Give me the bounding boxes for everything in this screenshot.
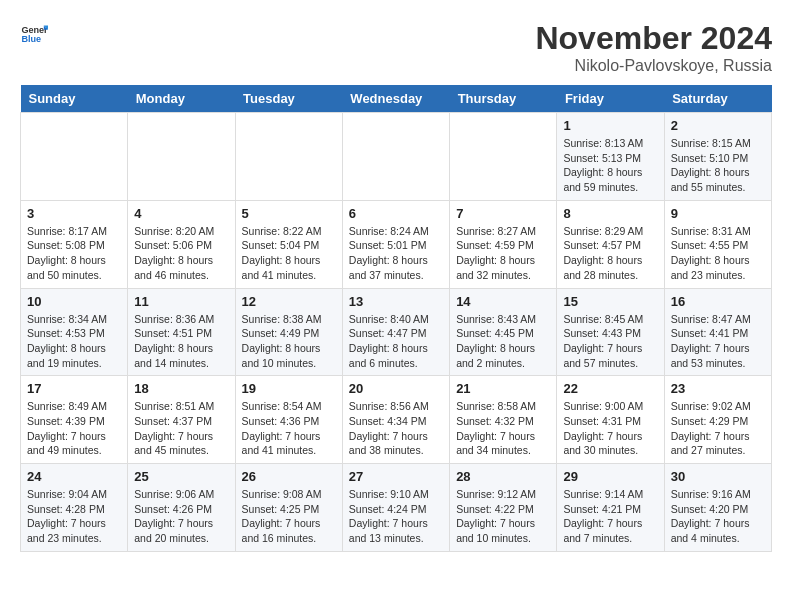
day-detail: Sunrise: 8:34 AM Sunset: 4:53 PM Dayligh… [27,312,121,371]
weekday-header-monday: Monday [128,85,235,113]
calendar-cell: 18Sunrise: 8:51 AM Sunset: 4:37 PM Dayli… [128,376,235,464]
day-number: 6 [349,206,443,221]
calendar-cell: 27Sunrise: 9:10 AM Sunset: 4:24 PM Dayli… [342,464,449,552]
calendar-cell: 23Sunrise: 9:02 AM Sunset: 4:29 PM Dayli… [664,376,771,464]
calendar-cell: 30Sunrise: 9:16 AM Sunset: 4:20 PM Dayli… [664,464,771,552]
calendar-cell: 14Sunrise: 8:43 AM Sunset: 4:45 PM Dayli… [450,288,557,376]
day-number: 18 [134,381,228,396]
weekday-header-tuesday: Tuesday [235,85,342,113]
calendar-cell: 25Sunrise: 9:06 AM Sunset: 4:26 PM Dayli… [128,464,235,552]
calendar-cell: 12Sunrise: 8:38 AM Sunset: 4:49 PM Dayli… [235,288,342,376]
day-number: 14 [456,294,550,309]
day-number: 29 [563,469,657,484]
svg-text:Blue: Blue [21,34,41,44]
calendar-cell [235,113,342,201]
header: General Blue November 2024 Nikolo-Pavlov… [20,20,772,75]
day-detail: Sunrise: 8:43 AM Sunset: 4:45 PM Dayligh… [456,312,550,371]
calendar-cell: 19Sunrise: 8:54 AM Sunset: 4:36 PM Dayli… [235,376,342,464]
calendar-cell: 9Sunrise: 8:31 AM Sunset: 4:55 PM Daylig… [664,200,771,288]
day-detail: Sunrise: 8:27 AM Sunset: 4:59 PM Dayligh… [456,224,550,283]
calendar-cell: 10Sunrise: 8:34 AM Sunset: 4:53 PM Dayli… [21,288,128,376]
month-title: November 2024 [535,20,772,57]
day-number: 4 [134,206,228,221]
day-number: 10 [27,294,121,309]
day-detail: Sunrise: 8:36 AM Sunset: 4:51 PM Dayligh… [134,312,228,371]
day-number: 1 [563,118,657,133]
day-number: 30 [671,469,765,484]
day-number: 28 [456,469,550,484]
day-detail: Sunrise: 8:38 AM Sunset: 4:49 PM Dayligh… [242,312,336,371]
day-detail: Sunrise: 8:56 AM Sunset: 4:34 PM Dayligh… [349,399,443,458]
day-detail: Sunrise: 8:54 AM Sunset: 4:36 PM Dayligh… [242,399,336,458]
weekday-header-wednesday: Wednesday [342,85,449,113]
calendar-cell: 2Sunrise: 8:15 AM Sunset: 5:10 PM Daylig… [664,113,771,201]
day-number: 12 [242,294,336,309]
calendar-cell: 13Sunrise: 8:40 AM Sunset: 4:47 PM Dayli… [342,288,449,376]
day-detail: Sunrise: 9:10 AM Sunset: 4:24 PM Dayligh… [349,487,443,546]
day-detail: Sunrise: 8:49 AM Sunset: 4:39 PM Dayligh… [27,399,121,458]
day-number: 23 [671,381,765,396]
day-number: 2 [671,118,765,133]
day-number: 13 [349,294,443,309]
calendar-cell: 24Sunrise: 9:04 AM Sunset: 4:28 PM Dayli… [21,464,128,552]
calendar-cell: 15Sunrise: 8:45 AM Sunset: 4:43 PM Dayli… [557,288,664,376]
day-number: 11 [134,294,228,309]
day-detail: Sunrise: 9:16 AM Sunset: 4:20 PM Dayligh… [671,487,765,546]
day-detail: Sunrise: 8:22 AM Sunset: 5:04 PM Dayligh… [242,224,336,283]
calendar-cell [342,113,449,201]
calendar-cell: 20Sunrise: 8:56 AM Sunset: 4:34 PM Dayli… [342,376,449,464]
day-number: 22 [563,381,657,396]
day-detail: Sunrise: 8:31 AM Sunset: 4:55 PM Dayligh… [671,224,765,283]
logo-icon: General Blue [20,20,48,48]
day-detail: Sunrise: 8:45 AM Sunset: 4:43 PM Dayligh… [563,312,657,371]
day-number: 20 [349,381,443,396]
calendar-table: SundayMondayTuesdayWednesdayThursdayFrid… [20,85,772,552]
day-number: 21 [456,381,550,396]
day-detail: Sunrise: 9:12 AM Sunset: 4:22 PM Dayligh… [456,487,550,546]
calendar-cell: 3Sunrise: 8:17 AM Sunset: 5:08 PM Daylig… [21,200,128,288]
day-number: 19 [242,381,336,396]
calendar-cell: 21Sunrise: 8:58 AM Sunset: 4:32 PM Dayli… [450,376,557,464]
day-detail: Sunrise: 9:02 AM Sunset: 4:29 PM Dayligh… [671,399,765,458]
day-number: 9 [671,206,765,221]
location-title: Nikolo-Pavlovskoye, Russia [535,57,772,75]
weekday-header-sunday: Sunday [21,85,128,113]
day-number: 16 [671,294,765,309]
day-detail: Sunrise: 8:24 AM Sunset: 5:01 PM Dayligh… [349,224,443,283]
day-detail: Sunrise: 8:20 AM Sunset: 5:06 PM Dayligh… [134,224,228,283]
calendar-cell: 7Sunrise: 8:27 AM Sunset: 4:59 PM Daylig… [450,200,557,288]
day-number: 25 [134,469,228,484]
day-detail: Sunrise: 8:40 AM Sunset: 4:47 PM Dayligh… [349,312,443,371]
day-detail: Sunrise: 9:00 AM Sunset: 4:31 PM Dayligh… [563,399,657,458]
day-number: 26 [242,469,336,484]
day-number: 8 [563,206,657,221]
day-detail: Sunrise: 8:15 AM Sunset: 5:10 PM Dayligh… [671,136,765,195]
day-detail: Sunrise: 9:04 AM Sunset: 4:28 PM Dayligh… [27,487,121,546]
day-detail: Sunrise: 8:17 AM Sunset: 5:08 PM Dayligh… [27,224,121,283]
day-number: 7 [456,206,550,221]
day-detail: Sunrise: 8:13 AM Sunset: 5:13 PM Dayligh… [563,136,657,195]
day-number: 5 [242,206,336,221]
day-number: 17 [27,381,121,396]
day-detail: Sunrise: 8:29 AM Sunset: 4:57 PM Dayligh… [563,224,657,283]
calendar-cell: 16Sunrise: 8:47 AM Sunset: 4:41 PM Dayli… [664,288,771,376]
weekday-header-thursday: Thursday [450,85,557,113]
calendar-cell: 8Sunrise: 8:29 AM Sunset: 4:57 PM Daylig… [557,200,664,288]
calendar-cell: 29Sunrise: 9:14 AM Sunset: 4:21 PM Dayli… [557,464,664,552]
day-number: 15 [563,294,657,309]
day-detail: Sunrise: 8:51 AM Sunset: 4:37 PM Dayligh… [134,399,228,458]
calendar-cell: 5Sunrise: 8:22 AM Sunset: 5:04 PM Daylig… [235,200,342,288]
calendar-cell: 4Sunrise: 8:20 AM Sunset: 5:06 PM Daylig… [128,200,235,288]
calendar-cell [450,113,557,201]
day-detail: Sunrise: 9:06 AM Sunset: 4:26 PM Dayligh… [134,487,228,546]
calendar-cell: 28Sunrise: 9:12 AM Sunset: 4:22 PM Dayli… [450,464,557,552]
day-detail: Sunrise: 9:08 AM Sunset: 4:25 PM Dayligh… [242,487,336,546]
day-detail: Sunrise: 8:47 AM Sunset: 4:41 PM Dayligh… [671,312,765,371]
day-number: 3 [27,206,121,221]
calendar-cell [128,113,235,201]
day-detail: Sunrise: 9:14 AM Sunset: 4:21 PM Dayligh… [563,487,657,546]
calendar-cell: 1Sunrise: 8:13 AM Sunset: 5:13 PM Daylig… [557,113,664,201]
calendar-cell: 11Sunrise: 8:36 AM Sunset: 4:51 PM Dayli… [128,288,235,376]
day-detail: Sunrise: 8:58 AM Sunset: 4:32 PM Dayligh… [456,399,550,458]
calendar-cell: 22Sunrise: 9:00 AM Sunset: 4:31 PM Dayli… [557,376,664,464]
